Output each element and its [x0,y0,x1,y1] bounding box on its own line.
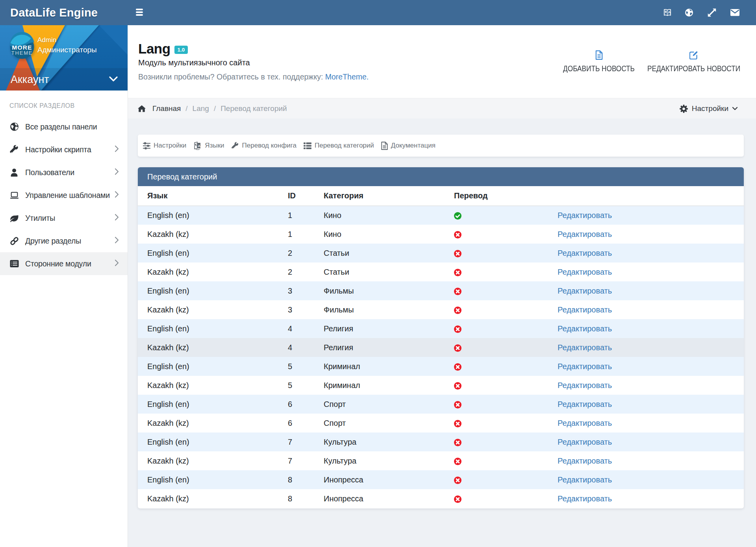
svg-text:A: A [668,10,671,14]
svg-text:A: A [198,144,201,148]
svg-text:THEME: THEME [11,50,33,56]
